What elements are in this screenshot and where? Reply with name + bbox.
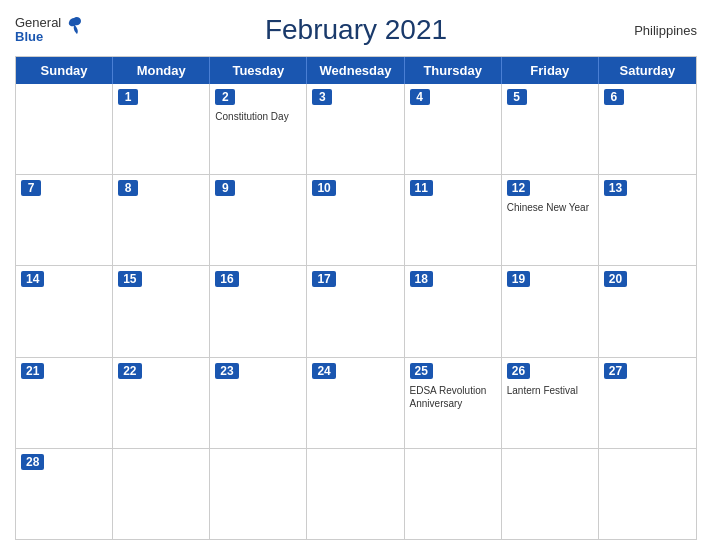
day-number: 5: [507, 89, 527, 105]
day-number: 23: [215, 363, 238, 379]
day-number: 11: [410, 180, 433, 196]
day-cell: [502, 449, 599, 539]
event-label: Chinese New Year: [507, 201, 593, 214]
day-number: 13: [604, 180, 627, 196]
day-cell: 7: [16, 175, 113, 265]
logo-bird-icon: [65, 16, 83, 36]
day-cell: 27: [599, 358, 696, 448]
day-header-saturday: Saturday: [599, 57, 696, 84]
day-cell: 25EDSA Revolution Anniversary: [405, 358, 502, 448]
logo: General Blue: [15, 16, 83, 45]
day-number: 21: [21, 363, 44, 379]
day-header-thursday: Thursday: [405, 57, 502, 84]
day-number: 7: [21, 180, 41, 196]
day-header-sunday: Sunday: [16, 57, 113, 84]
day-cell: 13: [599, 175, 696, 265]
event-label: Lantern Festival: [507, 384, 593, 397]
weeks-container: 12Constitution Day3456789101112Chinese N…: [16, 84, 696, 539]
event-label: EDSA Revolution Anniversary: [410, 384, 496, 410]
day-number: 1: [118, 89, 138, 105]
day-number: 8: [118, 180, 138, 196]
calendar-title: February 2021: [265, 14, 447, 46]
day-cell: 19: [502, 266, 599, 356]
day-cell: 18: [405, 266, 502, 356]
event-label: Constitution Day: [215, 110, 301, 123]
day-cell: [210, 449, 307, 539]
logo-blue: Blue: [15, 30, 61, 44]
day-cell: 3: [307, 84, 404, 174]
day-cell: [307, 449, 404, 539]
day-cell: 4: [405, 84, 502, 174]
day-number: 3: [312, 89, 332, 105]
day-cell: 16: [210, 266, 307, 356]
day-cell: 24: [307, 358, 404, 448]
day-cell: [599, 449, 696, 539]
week-row-3: 14151617181920: [16, 266, 696, 357]
day-cell: 20: [599, 266, 696, 356]
week-row-2: 789101112Chinese New Year13: [16, 175, 696, 266]
day-number: 27: [604, 363, 627, 379]
day-number: 6: [604, 89, 624, 105]
day-number: 4: [410, 89, 430, 105]
day-cell: 14: [16, 266, 113, 356]
day-cell: 11: [405, 175, 502, 265]
day-cell: [405, 449, 502, 539]
day-cell: 21: [16, 358, 113, 448]
day-cell: 8: [113, 175, 210, 265]
day-header-wednesday: Wednesday: [307, 57, 404, 84]
day-number: 2: [215, 89, 235, 105]
week-row-4: 2122232425EDSA Revolution Anniversary26L…: [16, 358, 696, 449]
day-cell: 22: [113, 358, 210, 448]
day-cell: 2Constitution Day: [210, 84, 307, 174]
day-cell: [16, 84, 113, 174]
day-cell: [113, 449, 210, 539]
calendar-header: General Blue February 2021 Philippines: [15, 10, 697, 50]
day-number: 26: [507, 363, 530, 379]
calendar-container: General Blue February 2021 Philippines S…: [0, 0, 712, 550]
day-cell: 5: [502, 84, 599, 174]
day-number: 22: [118, 363, 141, 379]
week-row-5: 28: [16, 449, 696, 539]
day-cell: 23: [210, 358, 307, 448]
day-headers-row: SundayMondayTuesdayWednesdayThursdayFrid…: [16, 57, 696, 84]
day-cell: 10: [307, 175, 404, 265]
day-header-tuesday: Tuesday: [210, 57, 307, 84]
day-header-monday: Monday: [113, 57, 210, 84]
day-number: 25: [410, 363, 433, 379]
day-number: 19: [507, 271, 530, 287]
calendar-country: Philippines: [634, 23, 697, 38]
day-cell: 1: [113, 84, 210, 174]
day-number: 24: [312, 363, 335, 379]
day-number: 16: [215, 271, 238, 287]
day-cell: 9: [210, 175, 307, 265]
week-row-1: 12Constitution Day3456: [16, 84, 696, 175]
day-cell: 26Lantern Festival: [502, 358, 599, 448]
logo-general: General: [15, 16, 61, 30]
day-cell: 17: [307, 266, 404, 356]
day-number: 17: [312, 271, 335, 287]
day-number: 9: [215, 180, 235, 196]
day-cell: 15: [113, 266, 210, 356]
day-number: 14: [21, 271, 44, 287]
day-number: 20: [604, 271, 627, 287]
day-cell: 12Chinese New Year: [502, 175, 599, 265]
day-number: 15: [118, 271, 141, 287]
day-number: 10: [312, 180, 335, 196]
day-cell: 28: [16, 449, 113, 539]
calendar-grid: SundayMondayTuesdayWednesdayThursdayFrid…: [15, 56, 697, 540]
day-number: 12: [507, 180, 530, 196]
day-number: 28: [21, 454, 44, 470]
day-number: 18: [410, 271, 433, 287]
day-header-friday: Friday: [502, 57, 599, 84]
day-cell: 6: [599, 84, 696, 174]
